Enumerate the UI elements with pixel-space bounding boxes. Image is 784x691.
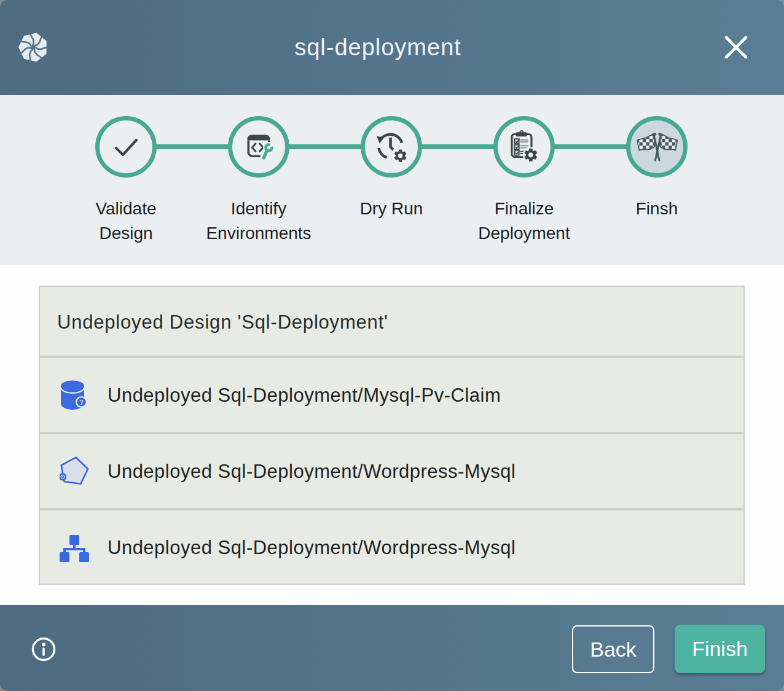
svg-text:?: ? — [79, 399, 83, 406]
